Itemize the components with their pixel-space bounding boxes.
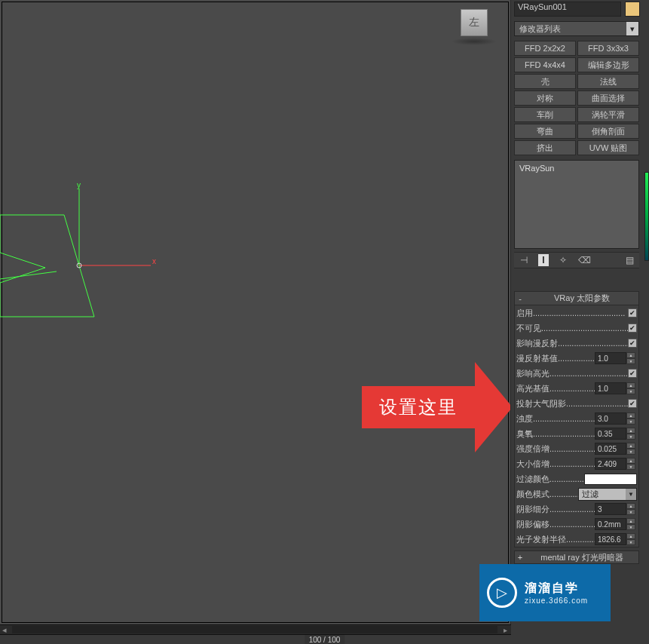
spinner-down-icon[interactable]: ▼: [626, 419, 635, 425]
param-spinner-input[interactable]: [595, 382, 626, 394]
spinner-up-icon[interactable]: ▲: [626, 503, 635, 509]
rollout2-title: mental ray 灯光明暗器: [525, 552, 638, 563]
param-row: 启用......................................…: [515, 305, 638, 320]
stack-toolbar: ⊣ I ✧ ⌫ ▤: [514, 252, 639, 268]
spinner-up-icon[interactable]: ▲: [626, 382, 635, 388]
pin-icon[interactable]: ⊣: [517, 253, 531, 267]
param-row: 臭氧......................................…: [515, 426, 638, 441]
param-label: 光子发射半径..................................…: [516, 534, 595, 545]
modifier-button[interactable]: 倒角剖面: [577, 124, 639, 139]
modifier-button[interactable]: 对称: [514, 90, 576, 106]
spinner-up-icon[interactable]: ▲: [626, 518, 635, 524]
remove-modifier-icon[interactable]: ⌫: [577, 253, 591, 267]
param-spinner-input[interactable]: [595, 412, 626, 425]
spinner-down-icon[interactable]: ▼: [626, 434, 635, 440]
modifier-stack[interactable]: VRaySun: [514, 160, 639, 249]
param-label: 影响高光....................................…: [516, 368, 628, 379]
param-checkbox[interactable]: ✔: [628, 369, 637, 378]
param-spinner-input[interactable]: [595, 443, 626, 455]
modifier-button[interactable]: FFD 4x4x4: [514, 57, 576, 72]
spinner-down-icon[interactable]: ▼: [626, 509, 635, 515]
spinner-down-icon[interactable]: ▼: [626, 524, 635, 530]
timeline[interactable]: ◂ ▸: [0, 624, 511, 635]
param-select-value: 过滤: [579, 489, 626, 500]
param-label: 强度倍增....................................…: [516, 443, 595, 455]
modifier-button[interactable]: 涡轮平滑: [577, 107, 639, 122]
param-row: 光子发射半径..................................…: [515, 532, 638, 547]
param-spinner[interactable]: ▲▼: [595, 352, 637, 364]
modifier-button[interactable]: 弯曲: [514, 124, 576, 139]
param-row: 影响漫反射...................................…: [515, 336, 638, 351]
object-color-swatch[interactable]: [625, 2, 640, 17]
param-row: 强度倍增....................................…: [515, 441, 638, 456]
spinner-up-icon[interactable]: ▲: [626, 458, 635, 464]
param-spinner[interactable]: ▲▼: [595, 428, 637, 440]
spinner-up-icon[interactable]: ▲: [626, 352, 635, 358]
object-name-field[interactable]: VRaySun001: [514, 2, 621, 17]
param-list: 启用......................................…: [515, 305, 638, 547]
modifier-button[interactable]: UVW 贴图: [577, 140, 639, 155]
modifier-button[interactable]: 壳: [514, 74, 576, 89]
param-spinner-input[interactable]: [595, 352, 626, 364]
spinner-down-icon[interactable]: ▼: [626, 388, 635, 394]
spinner-down-icon[interactable]: ▼: [626, 464, 635, 470]
param-checkbox[interactable]: ✔: [628, 399, 637, 408]
vray-sun-rollout: - VRay 太阳参数 启用..........................…: [514, 291, 639, 547]
spinner-down-icon[interactable]: ▼: [626, 358, 635, 364]
param-spinner-input[interactable]: [595, 533, 626, 545]
configure-icon[interactable]: ▤: [623, 253, 636, 267]
param-checkbox[interactable]: ✔: [628, 339, 637, 348]
param-label: 漫反射基值...................................…: [516, 353, 595, 364]
param-spinner-input[interactable]: [595, 458, 626, 470]
rollout-toggle-icon: -: [515, 294, 525, 303]
stack-scroll-indicator: [644, 172, 649, 261]
param-checkbox[interactable]: ✔: [628, 308, 637, 317]
timeline-track[interactable]: [12, 626, 497, 633]
param-spinner-input[interactable]: [595, 518, 626, 530]
viewport[interactable]: 左 y x 设置这里: [0, 0, 511, 624]
rollout2-toggle-icon: +: [515, 553, 525, 562]
modifier-list-dropdown[interactable]: 修改器列表 ▾: [514, 21, 639, 36]
param-spinner[interactable]: ▲▼: [595, 443, 637, 455]
param-label: 颜色模式....................................…: [516, 489, 578, 500]
spinner-up-icon[interactable]: ▲: [626, 428, 635, 434]
mental-ray-rollout[interactable]: + mental ray 灯光明暗器: [514, 550, 639, 564]
rollout-header[interactable]: - VRay 太阳参数: [515, 292, 638, 305]
viewcube[interactable]: 左: [461, 9, 488, 36]
watermark-line1: 溜溜自学: [525, 581, 588, 596]
param-spinner-input[interactable]: [595, 428, 626, 440]
param-checkbox[interactable]: ✔: [628, 324, 637, 333]
param-spinner[interactable]: ▲▼: [595, 412, 637, 425]
spinner-down-icon[interactable]: ▼: [626, 539, 635, 545]
param-color-field[interactable]: [584, 474, 637, 485]
param-row: 大小倍增....................................…: [515, 456, 638, 471]
param-row: 漫反射基值...................................…: [515, 351, 638, 366]
timeline-left-icon[interactable]: ◂: [0, 625, 9, 635]
param-spinner-input[interactable]: [595, 503, 626, 515]
spinner-up-icon[interactable]: ▲: [626, 412, 635, 419]
param-spinner[interactable]: ▲▼: [595, 518, 637, 530]
modifier-button[interactable]: 编辑多边形: [577, 57, 639, 72]
modifier-button[interactable]: 车削: [514, 107, 576, 122]
spinner-up-icon[interactable]: ▲: [626, 533, 635, 539]
timeline-right-icon[interactable]: ▸: [501, 625, 510, 634]
modifier-button[interactable]: 法线: [577, 74, 639, 89]
param-spinner[interactable]: ▲▼: [595, 458, 637, 470]
spinner-up-icon[interactable]: ▲: [626, 443, 635, 449]
viewcube-shadow: [452, 38, 497, 45]
modifier-button[interactable]: 曲面选择: [577, 90, 639, 106]
spinner-down-icon[interactable]: ▼: [626, 449, 635, 455]
param-label: 不可见.....................................…: [516, 323, 628, 334]
param-select[interactable]: 过滤▼: [578, 488, 637, 501]
modifier-button[interactable]: 挤出: [514, 140, 576, 155]
show-end-result-icon[interactable]: I: [538, 254, 549, 266]
param-spinner[interactable]: ▲▼: [595, 382, 637, 394]
modifier-button[interactable]: FFD 2x2x2: [514, 41, 576, 56]
param-spinner[interactable]: ▲▼: [595, 503, 637, 515]
param-label: 启用......................................…: [516, 308, 628, 319]
param-label: 高光基值....................................…: [516, 383, 595, 394]
stack-item[interactable]: VRaySun: [519, 164, 634, 173]
make-unique-icon[interactable]: ✧: [556, 253, 570, 267]
modifier-button[interactable]: FFD 3x3x3: [577, 41, 639, 56]
param-spinner[interactable]: ▲▼: [595, 533, 637, 545]
